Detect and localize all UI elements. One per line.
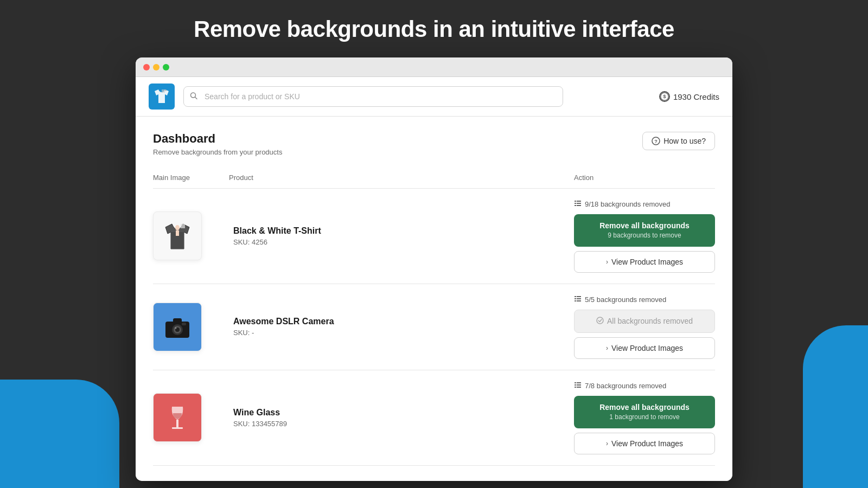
- svg-rect-16: [575, 205, 576, 206]
- table-row: Wine Glass SKU: 133455789 7/8 background…: [153, 370, 715, 466]
- svg-rect-15: [577, 203, 581, 204]
- bg-status: 5/5 backgrounds removed: [574, 295, 715, 304]
- chevron-icon: ›: [606, 440, 608, 447]
- help-icon: ?: [652, 137, 660, 145]
- dashboard-title: Dashboard: [153, 132, 282, 146]
- col-action: Action: [574, 174, 715, 182]
- page-headline: Remove backgrounds in an intuitive inter…: [194, 16, 674, 42]
- product-sku: SKU: 133455789: [233, 420, 574, 428]
- svg-rect-17: [577, 205, 581, 206]
- search-icon: [190, 92, 197, 101]
- svg-rect-13: [577, 201, 581, 202]
- remove-btn-label: Remove all backgrounds: [599, 403, 690, 412]
- title-bar: [136, 57, 732, 77]
- svg-line-3: [195, 97, 197, 99]
- product-list: Black & White T-Shirt SKU: 4256 9/18 bac…: [153, 189, 715, 466]
- wave-decoration-right: [803, 325, 868, 488]
- dashboard-subtitle: Remove backgrounds from your products: [153, 148, 282, 156]
- product-image-wineglass: [161, 401, 194, 434]
- dashboard-title-area: Dashboard Remove backgrounds from your p…: [153, 132, 282, 156]
- credits-area: $ 1930 Credits: [659, 91, 719, 102]
- bg-status: 7/8 backgrounds removed: [574, 381, 715, 390]
- product-image-wrap: [153, 393, 202, 442]
- product-image-tshirt: [160, 219, 195, 254]
- status-text: 5/5 backgrounds removed: [585, 296, 666, 304]
- list-icon: [574, 295, 582, 304]
- product-sku: SKU: 4256: [233, 238, 574, 246]
- svg-rect-39: [577, 387, 581, 388]
- view-images-button[interactable]: › View Product Images: [574, 433, 715, 454]
- remove-backgrounds-button[interactable]: Remove all backgrounds 1 background to r…: [574, 396, 715, 428]
- svg-rect-29: [575, 300, 576, 301]
- product-name: Awesome DSLR Camera: [233, 317, 574, 326]
- traffic-light-yellow[interactable]: [153, 64, 159, 70]
- product-image-cell: [153, 393, 229, 442]
- table-row: Awesome DSLR Camera SKU: - 5/5 backgroun…: [153, 284, 715, 370]
- svg-rect-35: [577, 382, 581, 383]
- list-icon: [574, 381, 582, 390]
- remove-backgrounds-button[interactable]: Remove all backgrounds 9 backgrounds to …: [574, 214, 715, 247]
- view-btn-label: View Product Images: [611, 258, 683, 266]
- table-header: Main Image Product Action: [153, 169, 715, 189]
- product-image-wrap: [153, 303, 202, 351]
- svg-rect-34: [575, 382, 576, 383]
- svg-point-31: [597, 317, 603, 324]
- product-image-wrap: [153, 211, 202, 260]
- product-name: Black & White T-Shirt: [233, 226, 574, 236]
- traffic-lights: [143, 64, 169, 70]
- how-to-button[interactable]: ? How to use?: [642, 132, 715, 150]
- search-input[interactable]: [183, 86, 563, 107]
- status-text: 7/8 backgrounds removed: [585, 382, 666, 390]
- svg-rect-0: [162, 89, 165, 93]
- how-to-label: How to use?: [663, 137, 706, 145]
- svg-rect-32: [176, 420, 178, 427]
- svg-rect-36: [575, 384, 576, 386]
- svg-rect-1: [165, 89, 167, 91]
- product-image-cell: [153, 303, 229, 351]
- remove-btn-sub: 9 backgrounds to remove: [583, 232, 706, 240]
- view-images-button[interactable]: › View Product Images: [574, 251, 715, 273]
- traffic-light-green[interactable]: [163, 64, 169, 70]
- app-logo-icon: [152, 87, 171, 106]
- action-cell: 5/5 backgrounds removed All backgrounds …: [574, 295, 715, 359]
- credits-icon: $: [659, 91, 670, 102]
- product-info-cell: Awesome DSLR Camera SKU: -: [229, 317, 574, 337]
- app-logo: [149, 84, 175, 110]
- main-content: Dashboard Remove backgrounds from your p…: [136, 117, 732, 481]
- svg-rect-26: [577, 296, 581, 297]
- product-info-cell: Black & White T-Shirt SKU: 4256: [229, 226, 574, 246]
- table-row: Black & White T-Shirt SKU: 4256 9/18 bac…: [153, 189, 715, 284]
- product-sku: SKU: -: [233, 329, 574, 337]
- list-icon: [574, 200, 582, 209]
- product-info-cell: Wine Glass SKU: 133455789: [229, 408, 574, 428]
- app-window: $ 1930 Credits Dashboard Remove backgrou…: [136, 57, 732, 481]
- svg-rect-9: [183, 226, 185, 228]
- view-btn-label: View Product Images: [611, 344, 683, 352]
- all-removed-badge: All backgrounds removed: [574, 310, 715, 333]
- dashboard-header: Dashboard Remove backgrounds from your p…: [153, 132, 715, 156]
- svg-text:?: ?: [654, 139, 658, 144]
- svg-rect-27: [575, 298, 576, 299]
- traffic-light-red[interactable]: [143, 64, 150, 70]
- search-bar: [183, 86, 563, 107]
- svg-rect-19: [173, 318, 182, 324]
- svg-rect-25: [575, 296, 576, 297]
- col-main-image: Main Image: [153, 174, 229, 182]
- chevron-icon: ›: [606, 344, 608, 352]
- remove-btn-label: Remove all backgrounds: [599, 221, 690, 230]
- check-icon: [596, 317, 604, 326]
- svg-rect-11: [176, 230, 179, 236]
- view-images-button[interactable]: › View Product Images: [574, 337, 715, 359]
- svg-rect-12: [575, 201, 576, 202]
- product-image-cell: [153, 211, 229, 260]
- view-btn-label: View Product Images: [611, 439, 683, 448]
- svg-text:$: $: [663, 94, 666, 99]
- col-product: Product: [229, 174, 574, 182]
- all-removed-label: All backgrounds removed: [607, 317, 693, 325]
- svg-rect-24: [182, 323, 186, 325]
- svg-point-23: [175, 327, 177, 329]
- credits-label: 1930 Credits: [673, 92, 719, 101]
- product-image-camera: [161, 311, 194, 343]
- svg-rect-38: [575, 387, 576, 388]
- svg-point-10: [175, 225, 180, 230]
